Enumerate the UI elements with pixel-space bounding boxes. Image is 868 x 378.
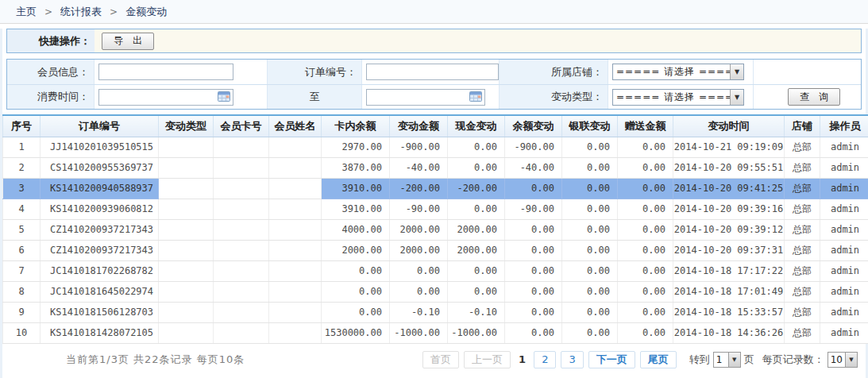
- change-type-label: 变动类型：: [500, 85, 608, 109]
- pagination-next-button[interactable]: 下一页: [588, 351, 635, 368]
- pagination-page-button[interactable]: 2: [534, 351, 556, 368]
- table-row[interactable]: 8JC14101816450229740.000.000.000.000.000…: [3, 281, 868, 302]
- table-cell: admin: [820, 281, 868, 302]
- consume-time-to-field: [362, 85, 500, 109]
- table-row[interactable]: 10KS14101814280721051530000.00-1000.00-1…: [3, 322, 868, 343]
- table-row[interactable]: 3KS14102009405889373910.00-200.00-200.00…: [3, 178, 868, 199]
- table-cell: 总部: [785, 281, 820, 302]
- member-info-label: 会员信息：: [7, 60, 95, 84]
- table-cell: 0.00: [618, 137, 673, 157]
- table-row[interactable]: 7JC14101817022687820.000.000.000.000.000…: [3, 260, 868, 281]
- pagination-summary: 当前第1/3页 共22条记录 每页10条: [66, 353, 245, 367]
- dropdown-arrow-icon: ▼: [845, 353, 857, 367]
- table-cell: 0.00: [448, 260, 505, 281]
- page-size-label: 每页记录数：: [762, 353, 824, 367]
- table-cell: [214, 219, 269, 240]
- goto-page-select[interactable]: 1 ▼: [713, 352, 741, 368]
- calendar-icon[interactable]: [218, 91, 230, 102]
- table-cell: [159, 157, 214, 178]
- pagination-page-button[interactable]: 3: [561, 351, 583, 368]
- column-header: 店铺: [785, 115, 820, 137]
- table-cell: [159, 240, 214, 260]
- content-area: 快捷操作： 导 出 会员信息： 订单编号： 所属店铺： ===== 请选择 ==…: [0, 29, 868, 378]
- column-header: 现金变动: [448, 115, 505, 137]
- table-cell: 3: [3, 178, 41, 199]
- table-cell: 1: [3, 137, 41, 157]
- table-cell: 0.00: [618, 302, 673, 322]
- table-cell: 9: [3, 302, 41, 322]
- table-cell: JJ1410201039510515: [41, 137, 159, 157]
- store-label: 所属店铺：: [500, 60, 608, 84]
- breadcrumb-item-home[interactable]: 主页: [16, 5, 37, 19]
- table-cell: 0.00: [448, 199, 505, 219]
- page-size-select[interactable]: 10 ▼: [827, 352, 858, 368]
- table-cell: 8: [3, 281, 41, 302]
- table-cell: 0.00: [448, 137, 505, 157]
- breadcrumb-item-reports[interactable]: 统计报表: [60, 5, 102, 19]
- table-cell: 2014-10-18 17:17:22: [673, 260, 785, 281]
- table-row[interactable]: 2CS14102009553697373870.00-40.000.00-40.…: [3, 157, 868, 178]
- store-select[interactable]: ===== 请选择 ===== ▼: [612, 64, 744, 80]
- consume-time-from-input[interactable]: [98, 89, 233, 106]
- table-cell: 0.00: [322, 260, 390, 281]
- table-cell: -900.00: [390, 137, 448, 157]
- pagination-last-button[interactable]: 尾页: [640, 351, 677, 368]
- calendar-icon[interactable]: [469, 91, 482, 102]
- table-row[interactable]: 6CZ14102009372173432000.002000.002000.00…: [3, 240, 868, 260]
- pagination-first-button[interactable]: 首页: [422, 351, 459, 368]
- table-cell: 0.00: [562, 199, 618, 219]
- table-cell: 0.00: [618, 178, 673, 199]
- table-row[interactable]: 4KS14102009390608123910.00-90.000.00-90.…: [3, 199, 868, 219]
- table-cell: admin: [820, 137, 868, 157]
- table-cell: 0.00: [505, 178, 562, 199]
- member-info-input[interactable]: [98, 64, 233, 80]
- order-no-input[interactable]: [366, 64, 499, 80]
- table-cell: 2000.00: [448, 219, 505, 240]
- table-cell: -40.00: [505, 157, 562, 178]
- table-cell: CZ1410200937217343: [41, 240, 159, 260]
- change-type-field: ===== 请选择 ===== ▼: [608, 85, 754, 109]
- quick-actions-panel: 快捷操作： 导 出: [6, 29, 862, 53]
- breadcrumb-separator: >: [110, 6, 118, 17]
- pagination-prev-button[interactable]: 上一页: [464, 351, 511, 368]
- table-cell: 0.00: [505, 302, 562, 322]
- breadcrumb-item-amount-change[interactable]: 金额变动: [125, 5, 167, 19]
- table-cell: [269, 260, 322, 281]
- table-cell: 0.00: [618, 260, 673, 281]
- table-cell: 总部: [785, 157, 820, 178]
- query-button[interactable]: 查 询: [788, 88, 840, 106]
- column-header: 变动金额: [390, 115, 448, 137]
- consume-time-label: 消费时间：: [7, 85, 95, 109]
- table-cell: [159, 260, 214, 281]
- table-cell: [159, 137, 214, 157]
- table-cell: [269, 219, 322, 240]
- table-cell: 2000.00: [448, 240, 505, 260]
- table-cell: 0.00: [618, 240, 673, 260]
- table-cell: admin: [820, 199, 868, 219]
- column-header: 操作员: [820, 115, 868, 137]
- column-header: 会员姓名: [269, 115, 322, 137]
- data-table: 序号订单编号变动类型会员卡号会员姓名卡内余额变动金额现金变动余额变动银联变动赠送…: [2, 114, 868, 344]
- quick-actions-body: 导 出: [95, 29, 861, 52]
- table-cell: 3910.00: [322, 199, 390, 219]
- change-type-select[interactable]: ===== 请选择 ===== ▼: [612, 89, 744, 106]
- dropdown-arrow-icon: ▼: [730, 90, 743, 105]
- table-cell: 6: [3, 240, 41, 260]
- table-cell: admin: [820, 178, 868, 199]
- table-row[interactable]: 9KS14101815061287030.00-0.10-0.100.000.0…: [3, 302, 868, 322]
- table-cell: [214, 199, 269, 219]
- to-label: 至: [268, 85, 362, 109]
- table-row[interactable]: 5CZ14102009372173434000.002000.002000.00…: [3, 219, 868, 240]
- table-cell: admin: [820, 219, 868, 240]
- store-field: ===== 请选择 ===== ▼: [608, 60, 754, 84]
- table-cell: admin: [820, 302, 868, 322]
- export-button[interactable]: 导 出: [102, 33, 154, 50]
- table-cell: -200.00: [448, 178, 505, 199]
- table-cell: 0.00: [618, 281, 673, 302]
- table-cell: 总部: [785, 240, 820, 260]
- table-row[interactable]: 1JJ14102010395105152970.00-900.000.00-90…: [3, 137, 868, 157]
- table-cell: 总部: [785, 199, 820, 219]
- consume-time-to-input[interactable]: [366, 89, 485, 106]
- column-header: 会员卡号: [214, 115, 269, 137]
- column-header: 序号: [3, 115, 41, 137]
